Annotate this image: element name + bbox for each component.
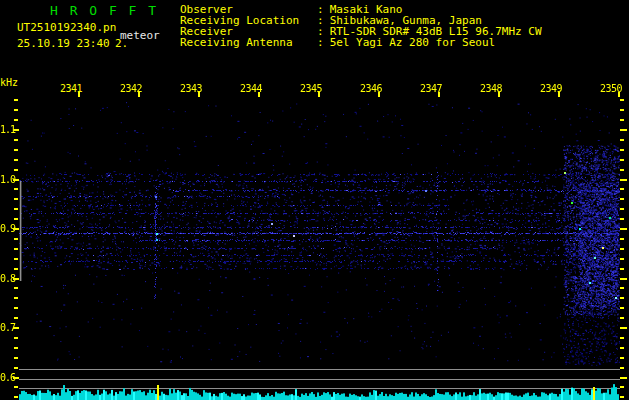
y-tick-right [620, 396, 624, 398]
y-tick-left [14, 198, 18, 200]
y-tick-label: 0.9 [0, 223, 15, 234]
y-tick-right [620, 218, 624, 220]
x-tick [78, 92, 80, 97]
y-tick-right [620, 129, 627, 131]
y-tick-left [14, 317, 18, 319]
y-tick-left [14, 307, 18, 309]
y-tick-right [620, 99, 624, 101]
separator: : [317, 37, 324, 48]
y-tick-right [620, 347, 624, 349]
y-tick-right [620, 119, 624, 121]
y-tick-left [14, 287, 18, 289]
output-filename: UT2510192340.pn [17, 21, 116, 34]
y-tick-left [14, 367, 18, 369]
y-tick-left [14, 357, 18, 359]
y-tick-right [620, 109, 624, 111]
x-tick [498, 92, 500, 97]
y-tick-right [620, 327, 627, 329]
y-tick-left [14, 258, 18, 260]
y-tick-label: 0.6 [0, 372, 15, 383]
observation-datetime: 25.10.19 23:40 [17, 37, 110, 50]
y-axis-unit-label: kHz [0, 77, 18, 88]
x-tick [438, 92, 440, 97]
y-tick-left [14, 139, 18, 141]
y-tick-left [14, 119, 18, 121]
x-tick [138, 92, 140, 97]
station-value: 5el Yagi Az 280 for Seoul [324, 37, 496, 48]
y-tick-right [620, 367, 624, 369]
y-tick-left [14, 218, 18, 220]
x-tick [198, 92, 200, 97]
y-tick-left [14, 268, 18, 270]
y-tick-right [620, 268, 624, 270]
y-tick-right [620, 228, 627, 230]
y-tick-left [14, 149, 18, 151]
echo-count: 2. [115, 37, 128, 50]
station-label: Receiving Antenna [180, 37, 317, 48]
y-tick-right [620, 297, 624, 299]
y-tick-right [620, 188, 624, 190]
y-tick-right [620, 386, 624, 388]
x-tick [558, 92, 560, 97]
y-tick-right [620, 307, 624, 309]
y-tick-right [620, 198, 624, 200]
hrofft-window: H R O F F T UT2510192340.pn meteor 25.10… [0, 0, 629, 400]
y-tick-right [620, 317, 624, 319]
y-tick-left [14, 169, 18, 171]
x-tick [378, 92, 380, 97]
y-tick-right [620, 278, 627, 280]
station-row-antenna: Receiving Antenna:5el Yagi Az 280 for Se… [180, 37, 542, 48]
y-tick-left [14, 99, 18, 101]
y-tick-left [14, 109, 18, 111]
y-tick-left [14, 208, 18, 210]
y-tick-left [14, 396, 18, 398]
y-tick-right [620, 208, 624, 210]
y-tick-label: 0.7 [0, 322, 15, 333]
y-tick-right [620, 287, 624, 289]
y-tick-label: 1.0 [0, 174, 15, 185]
y-tick-right [620, 248, 624, 250]
y-tick-left [14, 297, 18, 299]
x-tick [318, 92, 320, 97]
y-tick-left [14, 386, 18, 388]
x-tick [258, 92, 260, 97]
y-tick-label: 1.1 [0, 124, 15, 135]
y-tick-left [14, 188, 18, 190]
spectrogram-canvas [19, 97, 620, 400]
y-tick-right [620, 337, 624, 339]
y-tick-right [620, 139, 624, 141]
station-info: Observer:Masaki Kano Receiving Location:… [180, 4, 542, 48]
y-tick-left [14, 337, 18, 339]
y-tick-right [620, 159, 624, 161]
y-tick-label: 0.8 [0, 273, 15, 284]
y-tick-right [620, 179, 627, 181]
y-tick-right [620, 238, 624, 240]
x-tick [618, 92, 620, 97]
y-tick-right [620, 377, 627, 379]
y-tick-left [14, 159, 18, 161]
y-tick-right [620, 357, 624, 359]
y-tick-right [620, 258, 624, 260]
y-tick-left [14, 347, 18, 349]
y-tick-left [14, 248, 18, 250]
y-tick-right [620, 149, 624, 151]
y-tick-right [620, 169, 624, 171]
y-tick-left [14, 238, 18, 240]
app-title: H R O F F T [50, 3, 158, 18]
